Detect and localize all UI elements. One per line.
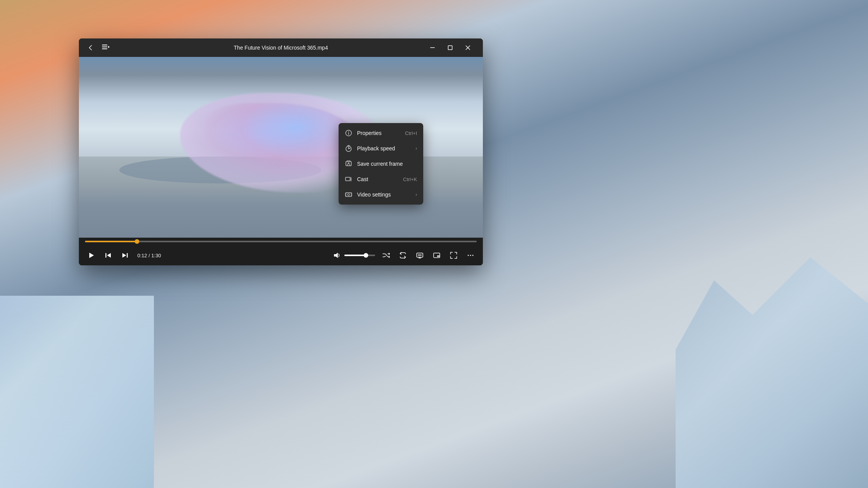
svg-point-21 xyxy=(470,255,471,256)
svg-rect-0 xyxy=(102,45,107,45)
maximize-button[interactable] xyxy=(441,42,459,54)
volume-button[interactable] xyxy=(331,249,343,261)
svg-rect-19 xyxy=(437,255,439,257)
prev-button[interactable] xyxy=(102,249,114,261)
cast-shortcut: Ctrl+K xyxy=(403,177,417,182)
playback-speed-label: Playback speed xyxy=(357,145,409,152)
speed-icon xyxy=(345,145,352,152)
title-bar: The Future Vision of Microsoft 365.mp4 xyxy=(79,38,483,57)
fullscreen-button[interactable] xyxy=(447,249,460,261)
menu-item-cast[interactable]: Cast Ctrl+K xyxy=(339,172,423,187)
save-frame-label: Save current frame xyxy=(357,161,417,167)
svg-marker-10 xyxy=(107,253,111,258)
volume-fill xyxy=(344,255,366,256)
volume-container xyxy=(331,249,375,261)
svg-rect-5 xyxy=(448,46,452,50)
svg-rect-17 xyxy=(418,254,422,256)
cast-screen-button[interactable] xyxy=(414,249,426,261)
properties-shortcut: Ctrl+I xyxy=(405,130,417,136)
cast-label: Cast xyxy=(357,176,399,182)
svg-point-28 xyxy=(348,163,349,164)
svg-rect-1 xyxy=(102,47,107,47)
repeat-button[interactable] xyxy=(397,249,409,261)
minimize-button[interactable] xyxy=(424,42,441,54)
progress-container[interactable] xyxy=(79,238,483,245)
progress-thumb xyxy=(135,239,139,244)
svg-rect-30 xyxy=(346,193,352,197)
playlist-button[interactable] xyxy=(100,42,111,53)
properties-label: Properties xyxy=(357,130,401,136)
video-settings-label: Video settings xyxy=(357,192,409,198)
menu-item-properties[interactable]: Properties Ctrl+I xyxy=(339,125,423,141)
svg-marker-8 xyxy=(89,253,94,258)
back-button[interactable] xyxy=(85,42,96,53)
video-settings-icon xyxy=(345,191,352,198)
svg-marker-3 xyxy=(108,46,110,48)
play-button[interactable] xyxy=(85,249,97,261)
context-menu: Properties Ctrl+I Playback speed › Save … xyxy=(339,123,423,205)
svg-rect-9 xyxy=(105,253,107,258)
bg-ice-left xyxy=(0,296,154,488)
svg-rect-29 xyxy=(346,177,350,181)
controls-bar: 0:12 / 1:30 xyxy=(79,238,483,265)
info-icon xyxy=(345,129,352,137)
video-settings-arrow: › xyxy=(416,192,417,197)
svg-rect-11 xyxy=(127,253,128,258)
title-bar-left xyxy=(85,42,111,53)
cast-icon xyxy=(345,175,352,183)
svg-point-22 xyxy=(472,255,474,256)
menu-item-playback-speed[interactable]: Playback speed › xyxy=(339,141,423,156)
svg-point-20 xyxy=(468,255,469,256)
progress-fill xyxy=(85,241,137,242)
controls-bottom: 0:12 / 1:30 xyxy=(79,245,483,265)
pip-button[interactable] xyxy=(431,249,443,261)
svg-marker-12 xyxy=(122,253,126,258)
svg-point-31 xyxy=(348,194,350,196)
progress-track[interactable] xyxy=(85,241,477,242)
menu-item-video-settings[interactable]: Video settings › xyxy=(339,187,423,202)
svg-rect-4 xyxy=(430,47,435,48)
menu-item-save-frame[interactable]: Save current frame xyxy=(339,156,423,172)
window-title: The Future Vision of Microsoft 365.mp4 xyxy=(234,45,328,51)
time-display: 0:12 / 1:30 xyxy=(137,253,161,258)
volume-track[interactable] xyxy=(344,255,375,256)
title-bar-controls xyxy=(424,42,477,54)
save-frame-icon xyxy=(345,160,352,168)
svg-marker-13 xyxy=(334,253,338,258)
volume-thumb xyxy=(364,253,368,258)
playback-speed-arrow: › xyxy=(416,146,417,151)
shuffle-button[interactable] xyxy=(380,249,392,261)
next-button[interactable] xyxy=(119,249,131,261)
svg-point-25 xyxy=(348,132,349,132)
svg-rect-2 xyxy=(102,48,107,49)
more-button[interactable] xyxy=(464,249,477,261)
close-button[interactable] xyxy=(459,42,477,54)
